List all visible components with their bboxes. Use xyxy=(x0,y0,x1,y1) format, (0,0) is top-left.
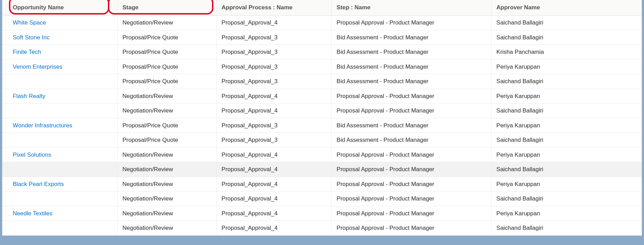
col-header-stage[interactable]: Stage xyxy=(118,0,217,16)
col-header-approver[interactable]: Approver Name xyxy=(491,0,642,16)
cell-stage: Negotiation/Review xyxy=(118,206,217,221)
opportunity-link[interactable]: Finite Tech xyxy=(13,49,41,55)
cell-approver-text: Krisha Panchamia xyxy=(496,49,544,55)
cell-opportunity: Venom Enterprises xyxy=(2,59,118,74)
cell-approver: Krisha Panchamia xyxy=(491,45,642,60)
cell-stage: Proposal/Price Quote xyxy=(118,133,217,148)
cell-approver-text: Periya Karuppan xyxy=(496,93,540,99)
opportunity-link[interactable]: Black Pearl Exports xyxy=(13,181,64,187)
cell-step: Bid Assessment - Product Manager xyxy=(332,30,492,45)
opportunity-link[interactable]: White Space xyxy=(13,19,46,26)
cell-step-text: Proposal Approval - Product Manager xyxy=(336,107,434,114)
opportunity-link[interactable]: Flash Realty xyxy=(13,93,45,99)
cell-process-text: Proposal_Approval_4 xyxy=(222,210,278,217)
table-row[interactable]: Pixel SolutionsNegotiation/ReviewProposa… xyxy=(2,147,642,162)
cell-process-text: Proposal_Approval_4 xyxy=(222,107,278,114)
cell-process: Proposal_Approval_4 xyxy=(217,147,332,162)
cell-stage-text: Proposal/Price Quote xyxy=(122,78,178,85)
cell-step-text: Bid Assessment - Product Manager xyxy=(336,34,428,41)
cell-approver-text: Periya Karuppan xyxy=(496,63,540,70)
table-row[interactable]: Needle TextilesNegotiation/ReviewProposa… xyxy=(2,206,642,221)
col-header-label: Stage xyxy=(122,4,138,11)
cell-step: Proposal Approval - Product Manager xyxy=(332,206,492,221)
cell-step: Proposal Approval - Product Manager xyxy=(332,192,492,206)
table-row[interactable]: Venom EnterprisesProposal/Price QuotePro… xyxy=(2,59,642,74)
table-row[interactable]: Finite TechProposal/Price QuoteProposal_… xyxy=(2,45,642,60)
opportunity-link[interactable]: Soft Stone Inc xyxy=(13,34,50,41)
cell-opportunity: Finite Tech xyxy=(2,45,118,60)
cell-process-text: Proposal_Approval_4 xyxy=(222,151,278,158)
cell-process-text: Proposal_Approval_3 xyxy=(222,34,278,41)
cell-process-text: Proposal_Approval_3 xyxy=(222,78,278,85)
cell-stage-text: Proposal/Price Quote xyxy=(122,63,178,70)
cell-step: Proposal Approval - Product Manager xyxy=(332,162,492,177)
cell-opportunity xyxy=(2,133,118,148)
cell-stage: Negotiation/Review xyxy=(118,16,217,30)
cell-stage: Proposal/Price Quote xyxy=(118,59,217,74)
opportunity-link[interactable]: Pixel Solutions xyxy=(13,151,51,158)
col-header-label: Opportunity Name xyxy=(13,4,64,11)
opportunity-link[interactable]: Needle Textiles xyxy=(13,210,52,217)
cell-step: Proposal Approval - Product Manager xyxy=(332,89,492,104)
cell-stage: Negotiation/Review xyxy=(118,104,217,118)
opportunity-link[interactable]: Venom Enterprises xyxy=(13,63,62,70)
col-header-process[interactable]: Approval Process : Name xyxy=(217,0,332,16)
cell-step-text: Bid Assessment - Product Manager xyxy=(336,122,428,129)
table-body: White SpaceNegotiation/ReviewProposal_Ap… xyxy=(2,16,642,235)
cell-approver-text: Periya Karuppan xyxy=(496,151,540,158)
cell-stage: Negotiation/Review xyxy=(118,192,217,206)
cell-opportunity: White Space xyxy=(2,16,118,30)
cell-stage-text: Negotiation/Review xyxy=(122,19,173,26)
cell-approver-text: Saichand Ballagiri xyxy=(496,166,543,173)
table-row[interactable]: Proposal/Price QuoteProposal_Approval_3B… xyxy=(2,133,642,148)
cell-approver-text: Saichand Ballagiri xyxy=(496,137,543,143)
cell-approver-text: Saichand Ballagiri xyxy=(496,195,543,202)
cell-step-text: Proposal Approval - Product Manager xyxy=(336,195,434,202)
cell-step-text: Proposal Approval - Product Manager xyxy=(336,210,434,217)
col-header-opportunity[interactable]: Opportunity Name xyxy=(2,0,118,16)
cell-stage: Proposal/Price Quote xyxy=(118,45,217,60)
cell-stage: Proposal/Price Quote xyxy=(118,30,217,45)
cell-approver-text: Saichand Ballagiri xyxy=(496,34,543,41)
cell-step-text: Proposal Approval - Product Manager xyxy=(336,225,434,231)
col-header-step[interactable]: Step : Name xyxy=(332,0,492,16)
cell-stage-text: Proposal/Price Quote xyxy=(122,34,178,41)
cell-process-text: Proposal_Approval_4 xyxy=(222,195,278,202)
cell-step: Bid Assessment - Product Manager xyxy=(332,74,492,89)
cell-opportunity: Flash Realty xyxy=(2,89,118,104)
table-row[interactable]: Negotiation/ReviewProposal_Approval_4Pro… xyxy=(2,104,642,118)
table-row[interactable]: White SpaceNegotiation/ReviewProposal_Ap… xyxy=(2,16,642,30)
table-row[interactable]: Flash RealtyNegotiation/ReviewProposal_A… xyxy=(2,89,642,104)
cell-approver: Periya Karuppan xyxy=(491,118,642,133)
cell-approver: Periya Karuppan xyxy=(491,89,642,104)
table-row[interactable]: Negotiation/ReviewProposal_Approval_4Pro… xyxy=(2,221,642,235)
report-table-container: Opportunity Name Stage Approval Process … xyxy=(2,0,642,236)
cell-process: Proposal_Approval_3 xyxy=(217,74,332,89)
table-row[interactable]: Negotiation/ReviewProposal_Approval_4Pro… xyxy=(2,162,642,177)
cell-process-text: Proposal_Approval_4 xyxy=(222,181,278,187)
opportunity-link[interactable]: Wonder Infrastructures xyxy=(13,122,72,129)
cell-stage: Negotiation/Review xyxy=(118,147,217,162)
table-row[interactable]: Black Pearl ExportsNegotiation/ReviewPro… xyxy=(2,177,642,192)
cell-stage-text: Negotiation/Review xyxy=(122,181,173,187)
table-row[interactable]: Proposal/Price QuoteProposal_Approval_3B… xyxy=(2,74,642,89)
cell-process-text: Proposal_Approval_3 xyxy=(222,63,278,70)
table-row[interactable]: Soft Stone IncProposal/Price QuotePropos… xyxy=(2,30,642,45)
cell-process-text: Proposal_Approval_3 xyxy=(222,122,278,129)
cell-stage-text: Negotiation/Review xyxy=(122,107,173,114)
cell-approver: Saichand Ballagiri xyxy=(491,133,642,148)
cell-stage-text: Proposal/Price Quote xyxy=(122,122,178,129)
cell-step-text: Bid Assessment - Product Manager xyxy=(336,137,428,143)
cell-process: Proposal_Approval_3 xyxy=(217,133,332,148)
cell-stage-text: Negotiation/Review xyxy=(122,195,173,202)
cell-process: Proposal_Approval_4 xyxy=(217,192,332,206)
cell-approver: Saichand Ballagiri xyxy=(491,74,642,89)
cell-step-text: Proposal Approval - Product Manager xyxy=(336,19,434,26)
cell-approver-text: Saichand Ballagiri xyxy=(496,78,543,85)
cell-process: Proposal_Approval_4 xyxy=(217,89,332,104)
cell-step-text: Proposal Approval - Product Manager xyxy=(336,181,434,187)
table-row[interactable]: Wonder InfrastructuresProposal/Price Quo… xyxy=(2,118,642,133)
table-row[interactable]: Negotiation/ReviewProposal_Approval_4Pro… xyxy=(2,192,642,206)
cell-stage-text: Negotiation/Review xyxy=(122,225,173,231)
cell-step-text: Bid Assessment - Product Manager xyxy=(336,49,428,55)
